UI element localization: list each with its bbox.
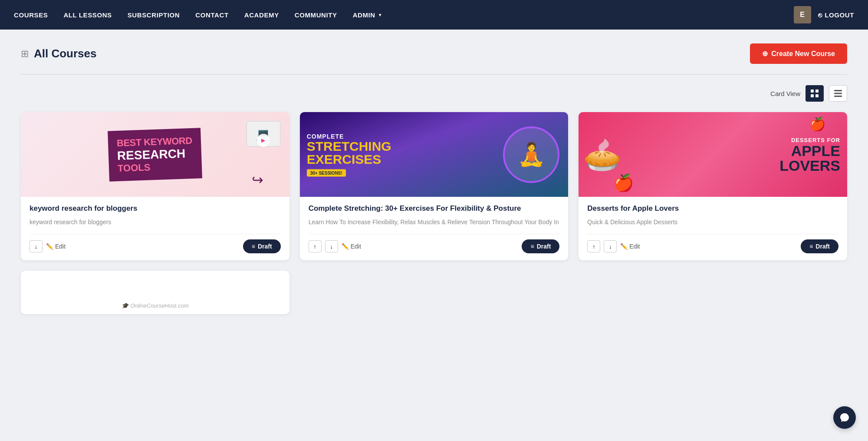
draft-icon: ≡ xyxy=(252,243,255,250)
chat-bubble-button[interactable] xyxy=(833,406,856,429)
view-label: Card View xyxy=(770,90,800,97)
svg-rect-5 xyxy=(834,93,842,94)
nav-item-subscription[interactable]: SUBSCRIPTION xyxy=(128,11,180,19)
move-up-button-apple[interactable]: ↑ xyxy=(587,240,600,252)
och-logo-icon: 🎓 xyxy=(122,302,128,309)
card-actions-left-stretching: ↑ ↓ ✏️ Edit xyxy=(309,240,361,252)
edit-button-keyword[interactable]: ✏️ Edit xyxy=(46,243,66,250)
apple-top-icon: 🍎 xyxy=(809,116,825,132)
create-new-course-button[interactable]: ⊕ Create New Course xyxy=(750,43,847,64)
chat-icon xyxy=(839,412,850,423)
card-actions-keyword: ↓ ✏️ Edit ≡ Draft xyxy=(30,234,281,253)
card-desc-stretching: Learn How To Increase Flexibility, Relax… xyxy=(309,218,560,227)
card-actions-apple: ↑ ↓ ✏️ Edit ≡ Draft xyxy=(587,234,838,253)
draft-icon-apple: ≡ xyxy=(809,243,813,250)
svg-rect-0 xyxy=(811,90,814,93)
card-body-apple: Desserts for Apple Lovers Quick & Delici… xyxy=(579,197,847,260)
nav-item-courses[interactable]: COURSES xyxy=(14,11,48,19)
courses-icon: ⊞ xyxy=(21,48,29,60)
partial-cards-row: 🎓 OnlineCourseHost.com xyxy=(21,271,847,314)
course-card-keyword-research: BEST KEYWORD RESEARCH TOOLS 💻 ▶ ↪ keywor… xyxy=(21,112,289,260)
card-actions-left-keyword: ↓ ✏️ Edit xyxy=(30,240,66,252)
nav-item-academy[interactable]: ACADEMY xyxy=(244,11,279,19)
page-title-wrap: ⊞ All Courses xyxy=(21,47,97,60)
page-title: All Courses xyxy=(34,47,97,60)
move-up-button-stretching[interactable]: ↑ xyxy=(309,240,322,252)
partial-card-1: 🎓 OnlineCourseHost.com xyxy=(21,271,289,314)
nav-item-community[interactable]: COMMUNITY xyxy=(295,11,337,19)
card-body-stretching: Complete Stretching: 30+ Exercises For F… xyxy=(300,197,569,260)
card-thumbnail-keyword: BEST KEYWORD RESEARCH TOOLS 💻 ▶ ↪ xyxy=(21,112,289,197)
card-title-apple: Desserts for Apple Lovers xyxy=(587,204,838,213)
avatar[interactable]: E xyxy=(794,6,811,23)
apple-text: DESSERTS FOR APPLELOVERS xyxy=(779,136,840,172)
pencil-icon-stretch: ✏️ xyxy=(342,243,349,250)
thumb-keyword-text: BEST KEYWORD RESEARCH TOOLS xyxy=(108,128,203,181)
card-thumbnail-apple: 🍎 🥧 DESSERTS FOR APPLELOVERS 🍎 xyxy=(579,112,847,197)
nav-item-admin[interactable]: ADMIN ▼ xyxy=(353,11,383,19)
draft-icon-stretch: ≡ xyxy=(530,243,534,250)
logout-button[interactable]: ⎋ LOGOUT xyxy=(818,11,854,19)
pencil-icon: ✏️ xyxy=(46,243,53,250)
move-down-button-keyword[interactable]: ↓ xyxy=(30,240,43,252)
card-view-button[interactable] xyxy=(806,85,824,102)
view-toggle-wrap: Card View xyxy=(21,85,847,102)
courses-grid: BEST KEYWORD RESEARCH TOOLS 💻 ▶ ↪ keywor… xyxy=(21,112,847,260)
pencil-icon-apple: ✏️ xyxy=(620,243,628,250)
svg-rect-6 xyxy=(834,96,842,97)
apple-bottom-icon: 🍎 xyxy=(613,173,634,192)
svg-rect-3 xyxy=(815,94,819,97)
svg-rect-1 xyxy=(815,90,819,93)
card-thumbnail-stretch: COMPLETE STRETCHINGEXERCISES 30+ SESSION… xyxy=(300,112,569,197)
logout-icon: ⎋ xyxy=(818,11,822,19)
thumb-apple-bg: 🍎 🥧 DESSERTS FOR APPLELOVERS 🍎 xyxy=(579,112,847,197)
move-down-button-apple[interactable]: ↓ xyxy=(604,240,617,252)
divider xyxy=(21,74,847,75)
card-title-stretching: Complete Stretching: 30+ Exercises For F… xyxy=(309,204,560,213)
page-content: ⊞ All Courses ⊕ Create New Course Card V… xyxy=(0,30,868,328)
main-nav: COURSES ALL LESSONS SUBSCRIPTION CONTACT… xyxy=(0,0,868,30)
pie-icon: 🥧 xyxy=(583,136,622,173)
page-header: ⊞ All Courses ⊕ Create New Course xyxy=(21,43,847,64)
thumb-keyword-bg: BEST KEYWORD RESEARCH TOOLS 💻 ▶ ↪ xyxy=(21,112,289,197)
grid-icon xyxy=(810,89,819,98)
thumb-stretch-text: COMPLETE STRETCHINGEXERCISES 30+ SESSION… xyxy=(307,133,391,176)
arrow-icon: ↪ xyxy=(252,172,263,188)
card-body-keyword: keyword research for bloggers keyword re… xyxy=(21,197,289,260)
move-down-button-stretching[interactable]: ↓ xyxy=(325,240,338,252)
card-desc-keyword: keyword research for bloggers xyxy=(30,218,281,227)
edit-button-apple[interactable]: ✏️ Edit xyxy=(620,243,640,250)
draft-button-keyword[interactable]: ≡ Draft xyxy=(243,239,281,253)
list-icon xyxy=(834,89,842,98)
card-actions-left-apple: ↑ ↓ ✏️ Edit xyxy=(587,240,640,252)
thumb-stretch-bg: COMPLETE STRETCHINGEXERCISES 30+ SESSION… xyxy=(300,112,569,197)
card-actions-stretching: ↑ ↓ ✏️ Edit ≡ Draft xyxy=(309,234,560,253)
svg-rect-2 xyxy=(811,94,814,97)
list-view-button[interactable] xyxy=(829,85,847,102)
draft-button-apple[interactable]: ≡ Draft xyxy=(801,239,838,253)
edit-button-stretching[interactable]: ✏️ Edit xyxy=(342,243,361,250)
nav-item-all-lessons[interactable]: ALL LESSONS xyxy=(63,11,112,19)
person-icon: 🧘 xyxy=(517,141,546,168)
course-card-apple: 🍎 🥧 DESSERTS FOR APPLELOVERS 🍎 Desserts … xyxy=(579,112,847,260)
admin-dropdown-icon: ▼ xyxy=(378,13,383,17)
stretch-circle: 🧘 xyxy=(503,126,559,183)
draft-button-stretching[interactable]: ≡ Draft xyxy=(522,239,559,253)
play-icon: ▶ xyxy=(257,134,270,147)
och-brand: 🎓 OnlineCourseHost.com xyxy=(122,302,188,309)
nav-item-contact[interactable]: CONTACT xyxy=(195,11,228,19)
card-title-keyword: keyword research for bloggers xyxy=(30,204,281,213)
create-icon: ⊕ xyxy=(762,50,768,58)
svg-rect-4 xyxy=(834,90,842,91)
card-desc-apple: Quick & Delicious Apple Desserts xyxy=(587,218,838,227)
nav-right: E ⎋ LOGOUT xyxy=(794,6,854,23)
course-card-stretching: COMPLETE STRETCHINGEXERCISES 30+ SESSION… xyxy=(300,112,569,260)
nav-links: COURSES ALL LESSONS SUBSCRIPTION CONTACT… xyxy=(14,11,382,19)
